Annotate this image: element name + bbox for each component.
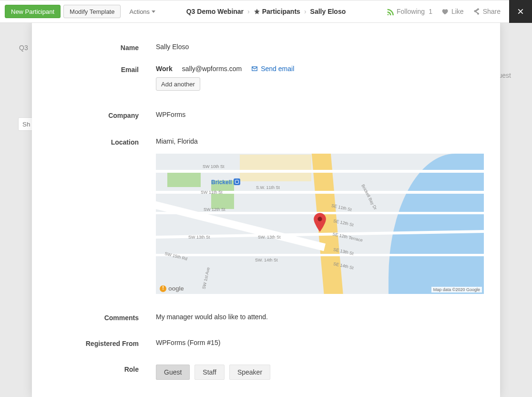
value-registered-from[interactable]: WPForms (Form #15) (156, 339, 484, 346)
role-guest[interactable]: Guest (156, 365, 190, 380)
svg-point-0 (317, 217, 322, 221)
field-company: Company WPForms (32, 97, 484, 126)
role-options: Guest Staff Speaker (156, 365, 484, 380)
breadcrumb-current: Sally Eloso (310, 8, 346, 15)
label-registered-from: Registered From (32, 339, 156, 347)
detail-card: Name Sally Eloso Email Work sally@wpform… (32, 23, 500, 397)
field-comments: Comments My manager would also like to a… (32, 301, 484, 328)
brickell-station: Brickell (211, 178, 240, 186)
field-location: Location Miami, Florida (32, 126, 484, 301)
breadcrumb-sep: › (247, 8, 250, 15)
google-logo: oogle (160, 285, 184, 292)
participant-form: Name Sally Eloso Email Work sally@wpform… (32, 23, 500, 396)
label-comments: Comments (32, 313, 156, 322)
send-email-link[interactable]: Send email (251, 65, 294, 73)
mail-icon (251, 65, 258, 72)
field-email: Email Work sally@wpforms.com Send email … (32, 58, 484, 97)
breadcrumb-sep-2: › (304, 8, 307, 15)
star-icon (254, 8, 260, 15)
email-address[interactable]: sally@wpforms.com (182, 65, 242, 73)
map-pin-icon (313, 213, 327, 233)
top-bar: New Participant Modify Template Actions … (0, 0, 532, 23)
role-speaker[interactable]: Speaker (229, 365, 270, 380)
metro-icon (234, 178, 240, 185)
label-location: Location (32, 137, 156, 146)
warning-icon (160, 285, 166, 292)
bg-guest-badge: uest (499, 72, 511, 79)
field-name: Name Sally Eloso (32, 36, 484, 58)
add-another-email-button[interactable]: Add another (156, 77, 200, 91)
label-name: Name (32, 43, 156, 52)
value-comments[interactable]: My manager would also like to attend. (156, 313, 484, 321)
label-email: Email (32, 65, 156, 73)
bg-project-code: Q3 (19, 44, 28, 52)
label-company: Company (32, 111, 156, 119)
value-name[interactable]: Sally Eloso (156, 43, 484, 51)
breadcrumb-section[interactable]: Participants (254, 8, 300, 15)
value-location[interactable]: Miami, Florida (156, 137, 484, 145)
breadcrumb-root[interactable]: Q3 Demo Webinar (186, 8, 244, 15)
role-staff[interactable]: Staff (194, 365, 225, 380)
label-role: Role (32, 365, 156, 373)
field-role: Role Guest Staff Speaker (32, 354, 484, 387)
value-company[interactable]: WPForms (156, 111, 484, 118)
location-map[interactable]: Brickell SW 10th St SW 11th St S.W. 11th… (156, 154, 484, 294)
map-credit: Map data ©2020 Google (431, 287, 482, 293)
field-registered-from: Registered From WPForms (Form #15) (32, 328, 484, 354)
breadcrumb: Q3 Demo Webinar › Participants › Sally E… (0, 8, 532, 15)
email-type: Work (156, 65, 173, 73)
